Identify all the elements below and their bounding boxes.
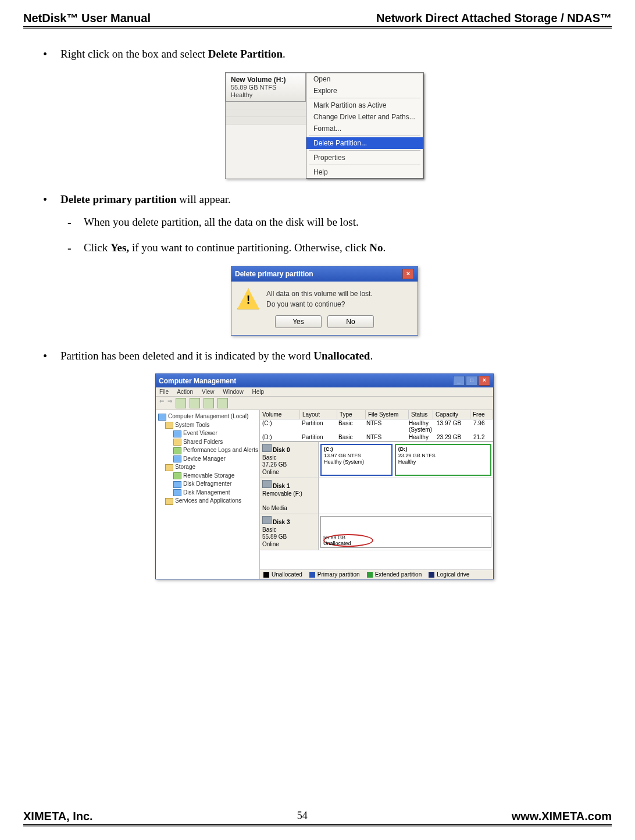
footer-rule-thick [23,824,612,825]
text: will appear. [176,193,230,205]
swatch-unallocated [263,572,269,578]
menu-separator [309,150,420,151]
volume-size: 55.89 GB NTFS [231,84,301,91]
figure-delete-dialog: Delete primary partition × All data on t… [37,266,612,336]
menu-separator [309,98,420,98]
unallocated-region[interactable]: 55.89 GBUnallocated [320,516,491,548]
tree-device-manager[interactable]: Device Manager [183,455,226,462]
back-icon[interactable]: ⇐ [159,398,164,408]
volume-name: New Volume (H:) [231,76,301,84]
folder-icon [165,464,173,471]
forward-icon[interactable]: ⇒ [167,398,172,408]
partition-c[interactable]: (C:) 13.97 GB NTFS Healthy (System) [320,444,393,476]
figure-context-menu: New Volume (H:) 55.89 GB NTFS Healthy Op… [37,72,612,179]
tree-disk-management[interactable]: Disk Management [183,489,230,496]
folder-icon [165,422,173,429]
text-bold: Yes, [110,241,129,254]
disk-header[interactable]: Disk 3 Basic 55.89 GB Online [260,514,319,550]
menu-help[interactable]: Help [252,389,265,395]
dash-2: Click Yes, if you want to continue parti… [60,240,612,255]
no-button[interactable]: No [327,315,374,328]
menu-view[interactable]: View [202,389,215,395]
menu-change-letter[interactable]: Change Drive Letter and Paths... [306,111,423,123]
text: . [383,241,386,254]
legend: Unallocated Primary partition Extended p… [260,570,493,579]
folder-icon [165,498,173,505]
col-free[interactable]: Free [470,410,493,419]
toolbar-icon[interactable] [190,398,200,408]
bullet-3: Partition has been deleted and it is ind… [37,348,612,364]
menu-window[interactable]: Window [223,389,244,395]
partition-d[interactable]: (D:) 23.29 GB NTFS Healthy [395,444,491,476]
device-icon [173,455,181,462]
perf-icon [173,447,181,454]
tree-pane[interactable]: Computer Management (Local) System Tools… [156,410,260,579]
dialog-line2: Do you want to continue? [266,299,373,309]
toolbar-icon[interactable] [204,398,214,408]
text: . [283,48,286,60]
col-status[interactable]: Status [409,410,433,419]
menu-delete-partition[interactable]: Delete Partition... [306,137,423,149]
col-layout[interactable]: Layout [300,410,337,419]
menu-properties[interactable]: Properties [306,152,423,163]
swatch-primary [309,572,315,578]
col-filesystem[interactable]: File System [366,410,409,419]
window-computer-management: Computer Management _ □ × File Action Vi… [155,373,494,579]
dialog-delete-primary-partition: Delete primary partition × All data on t… [231,266,418,336]
folder-icon [173,439,181,446]
context-menu: Open Explore Mark Partition as Active Ch… [306,73,423,179]
swatch-logical [429,572,434,578]
col-capacity[interactable]: Capacity [433,410,470,419]
toolbar-icon[interactable] [217,398,228,408]
book-icon [173,430,181,437]
disk-header[interactable]: Disk 1 Removable (F:) No Media [260,478,319,514]
text-bold: Delete primary partition [60,193,176,205]
tree-defragmenter[interactable]: Disk Defragmenter [183,480,231,487]
menu-open[interactable]: Open [306,73,423,85]
close-button[interactable]: × [402,269,414,279]
diskmgmt-icon [173,489,181,496]
window-title: Computer Management [159,377,236,385]
tree-services[interactable]: Services and Applications [175,497,241,504]
volume-stripe [226,102,306,125]
table-row[interactable]: (C:) Partition Basic NTFS Healthy (Syste… [260,419,493,433]
disk-header[interactable]: Disk 0 Basic 37.26 GB Online [260,442,319,478]
tree-removable-storage[interactable]: Removable Storage [183,472,234,479]
menu-action[interactable]: Action [177,389,193,395]
tree-event-viewer[interactable]: Event Viewer [183,430,217,436]
bullet-1: Right click on the box and select Delete… [37,47,612,62]
defrag-icon [173,481,181,488]
close-button[interactable]: × [479,376,490,386]
menu-file[interactable]: File [159,389,169,395]
yes-button[interactable]: Yes [275,315,322,328]
document-content: Right click on the box and select Delete… [23,29,612,579]
minimize-button[interactable]: _ [453,376,465,386]
text: Partition has been deleted and it is ind… [60,350,313,362]
detail-pane: Volume Layout Type File System Status Ca… [260,410,493,579]
tree-system-tools[interactable]: System Tools [175,422,209,428]
text-bold: Unallocated [313,350,370,362]
dash-1: When you delete partition, all the data … [60,215,612,230]
tree-root[interactable]: Computer Management (Local) [168,413,248,419]
toolbar-icon[interactable] [176,398,186,408]
menu-format[interactable]: Format... [306,123,423,134]
tree-perf-logs[interactable]: Performance Logs and Alerts [183,447,258,453]
menu-mark-active[interactable]: Mark Partition as Active [306,99,423,111]
text-bold: Delete Partition [208,48,283,60]
tree-shared-folders[interactable]: Shared Folders [183,439,223,445]
text: Right click on the box and select [60,48,208,60]
col-volume[interactable]: Volume [260,410,300,419]
menu-explore[interactable]: Explore [306,85,423,97]
col-type[interactable]: Type [337,410,366,419]
dialog-title: Delete primary partition [235,270,313,278]
maximize-button[interactable]: □ [466,376,477,386]
table-row[interactable]: (D:) Partition Basic NTFS Healthy 23.29 … [260,433,493,441]
volume-box[interactable]: New Volume (H:) 55.89 GB NTFS Healthy [226,73,306,102]
tree-storage[interactable]: Storage [175,464,195,470]
disk-icon [262,480,272,488]
menu-separator [309,165,420,165]
computer-icon [158,414,166,421]
page-number: 54 [297,810,308,823]
menu-help[interactable]: Help [306,166,423,178]
disk-row-3: Disk 3 Basic 55.89 GB Online 55.89 GBUna… [260,514,493,550]
